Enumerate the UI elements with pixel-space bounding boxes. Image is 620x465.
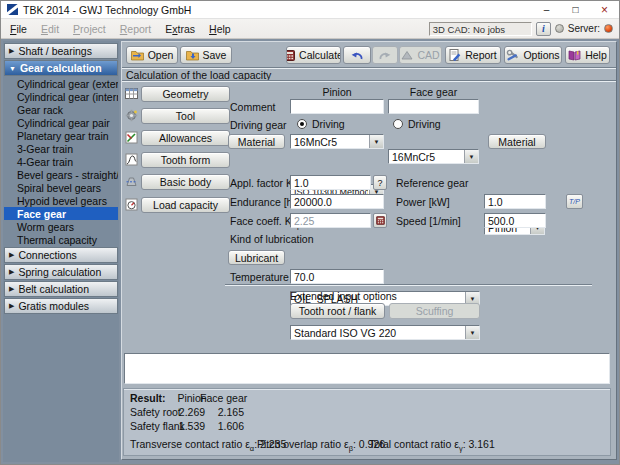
menu-help[interactable]: Help xyxy=(202,21,238,37)
window-title: TBK 2014 - GWJ Technology GmbH xyxy=(23,4,532,16)
minimize-button[interactable]: – xyxy=(532,1,561,18)
material-pinion-dropdown[interactable]: 16MnCr5▼ xyxy=(290,134,384,149)
report-document-icon xyxy=(449,49,461,61)
driving-radio-face-gear[interactable]: Driving xyxy=(393,118,441,130)
sidebar-item-planetary-gear-train[interactable]: Planetary gear train xyxy=(4,129,118,142)
save-button[interactable]: Save xyxy=(180,46,232,64)
tooth-root-flank-button[interactable]: Tooth root / flank xyxy=(290,303,385,319)
power-input[interactable] xyxy=(484,194,546,209)
menu-file[interactable]: File xyxy=(3,21,34,37)
chevron-down-icon: ▼ xyxy=(464,150,478,163)
appl-factor-input[interactable] xyxy=(290,175,371,190)
message-output-area xyxy=(124,353,610,384)
sidebar-item-face-gear[interactable]: Face gear xyxy=(4,207,118,220)
nav-basic-body-button[interactable]: Basic body xyxy=(141,174,230,190)
sidebar-section-gear-calculation[interactable]: ▼Gear calculation xyxy=(4,60,118,76)
nav-allowances-button[interactable]: Allowances xyxy=(141,130,230,146)
endurance-input[interactable] xyxy=(290,194,384,209)
sidebar-item-4-gear-train[interactable]: 4-Gear train xyxy=(4,155,118,168)
column-header-pinion: Pinion xyxy=(290,86,384,98)
maximize-button[interactable]: □ xyxy=(561,1,590,18)
sidebar-item-thermal-capacity[interactable]: Thermal capacity xyxy=(4,233,118,246)
sidebar-item-3-gear-train[interactable]: 3-Gear train xyxy=(4,142,118,155)
undo-button[interactable] xyxy=(343,46,371,64)
server-label: Server: xyxy=(568,23,600,34)
options-tools-icon xyxy=(506,49,519,61)
speed-input[interactable] xyxy=(484,213,546,228)
allowances-icon xyxy=(125,131,138,144)
temperature-input[interactable] xyxy=(290,269,384,284)
tooth-form-icon xyxy=(125,153,138,166)
calculate-button[interactable]: Calculate xyxy=(286,46,341,64)
tool-icon xyxy=(125,109,138,122)
nav-tool-button[interactable]: Tool xyxy=(141,108,230,124)
reference-gear-label: Reference gear xyxy=(396,177,468,189)
help-button[interactable]: Help xyxy=(565,46,610,64)
sidebar-item-gear-rack[interactable]: Gear rack xyxy=(4,103,118,116)
sidebar-section-connections[interactable]: ▶Connections xyxy=(4,247,118,263)
calculator-icon xyxy=(286,50,295,61)
redo-button xyxy=(372,46,398,64)
safety-root-face-gear-value: 2.165 xyxy=(200,406,244,418)
chevron-down-icon: ▼ xyxy=(369,135,383,148)
collapsed-arrow-icon: ▶ xyxy=(9,251,14,259)
menu-bar: File Edit Project Report Extras Help 3D … xyxy=(1,19,619,39)
collapsed-arrow-icon: ▶ xyxy=(9,302,14,310)
lubricant-button[interactable]: Lubricant xyxy=(228,250,285,265)
torque-power-toggle-button[interactable]: T/P xyxy=(566,194,583,209)
comment-pinion-input[interactable] xyxy=(290,99,384,114)
sidebar-item-cylindrical-gear-pair[interactable]: Cylindrical gear pair xyxy=(4,116,118,129)
menu-edit: Edit xyxy=(34,21,66,37)
scuffing-button: Scuffing xyxy=(389,303,480,319)
cad-status-box: 3D CAD: No jobs xyxy=(429,22,532,36)
app-logo-icon xyxy=(7,4,18,15)
safety-flank-face-gear-value: 1.606 xyxy=(200,420,244,432)
extended-options-label: Extended input options xyxy=(290,290,397,302)
material-button-face-gear[interactable]: Material xyxy=(488,134,546,149)
statusbar-right: 3D CAD: No jobs i Server: xyxy=(429,22,619,36)
menu-extras[interactable]: Extras xyxy=(158,21,202,37)
sidebar-section-shaft-bearings[interactable]: ▶Shaft / bearings xyxy=(4,43,118,59)
options-button[interactable]: Options xyxy=(504,46,562,64)
sidebar-section-spring-calculation[interactable]: ▶Spring calculation xyxy=(4,264,118,280)
cad-icon xyxy=(401,50,413,60)
title-separator xyxy=(122,80,616,82)
sidebar-section-gratis-modules[interactable]: ▶Gratis modules xyxy=(4,298,118,314)
sidebar-item-bevel-gears[interactable]: Bevel gears - straight/helical xyxy=(4,168,118,181)
material-button-pinion[interactable]: Material xyxy=(228,134,285,149)
nav-geometry-button[interactable]: Geometry xyxy=(141,86,230,102)
app-body: ▶Shaft / bearings ▼Gear calculation Cyli… xyxy=(1,39,619,464)
collapsed-arrow-icon: ▶ xyxy=(9,268,14,276)
results-title: Result: xyxy=(130,392,166,404)
sidebar-item-cylindrical-gear-internal[interactable]: Cylindrical gear (internal) xyxy=(4,90,118,103)
column-header-face-gear: Face gear xyxy=(388,86,479,98)
report-button[interactable]: Report xyxy=(445,46,501,64)
basic-body-icon xyxy=(125,175,138,188)
driving-gear-label: Driving gear xyxy=(230,119,287,131)
sidebar-item-hypoid-bevel-gears[interactable]: Hypoid bevel gears xyxy=(4,194,118,207)
nav-load-capacity-button[interactable]: Load capacity xyxy=(141,197,230,213)
nav-tooth-form-button[interactable]: Tooth form xyxy=(141,152,230,168)
open-button[interactable]: Open xyxy=(126,46,178,64)
material-face-gear-dropdown[interactable]: 16MnCr5▼ xyxy=(388,149,479,164)
lubricant-dropdown[interactable]: Standard ISO VG 220▼ xyxy=(290,325,480,340)
radio-checked-icon xyxy=(297,119,307,129)
sidebar-item-worm-gears[interactable]: Worm gears xyxy=(4,220,118,233)
sidebar-item-spiral-bevel-gears[interactable]: Spiral bevel gears xyxy=(4,181,118,194)
sidebar-item-cylindrical-gear-external[interactable]: Cylindrical gear (external) xyxy=(4,77,118,90)
comment-face-gear-input[interactable] xyxy=(388,99,479,114)
appl-factor-help-button[interactable]: ? xyxy=(373,175,387,190)
radio-unchecked-icon xyxy=(393,119,403,129)
help-book-icon xyxy=(568,50,581,61)
total-contact-ratio: Total contact ratio εγ: 3.161 xyxy=(369,438,495,453)
expanded-arrow-icon: ▼ xyxy=(9,65,16,72)
info-button[interactable]: i xyxy=(536,22,551,36)
face-coeff-calculator-button[interactable] xyxy=(373,213,387,228)
sidebar-nav: ▶Shaft / bearings ▼Gear calculation Cyli… xyxy=(3,41,119,462)
cad-led-icon xyxy=(555,24,564,33)
driving-radio-pinion[interactable]: Driving xyxy=(297,118,345,130)
endurance-label: Endurance [h] xyxy=(230,196,295,208)
main-panel: Open Save Calculate CAD Report xyxy=(121,41,617,460)
close-button[interactable]: × xyxy=(590,1,619,18)
sidebar-section-belt-calculation[interactable]: ▶Belt calculation xyxy=(4,281,118,297)
